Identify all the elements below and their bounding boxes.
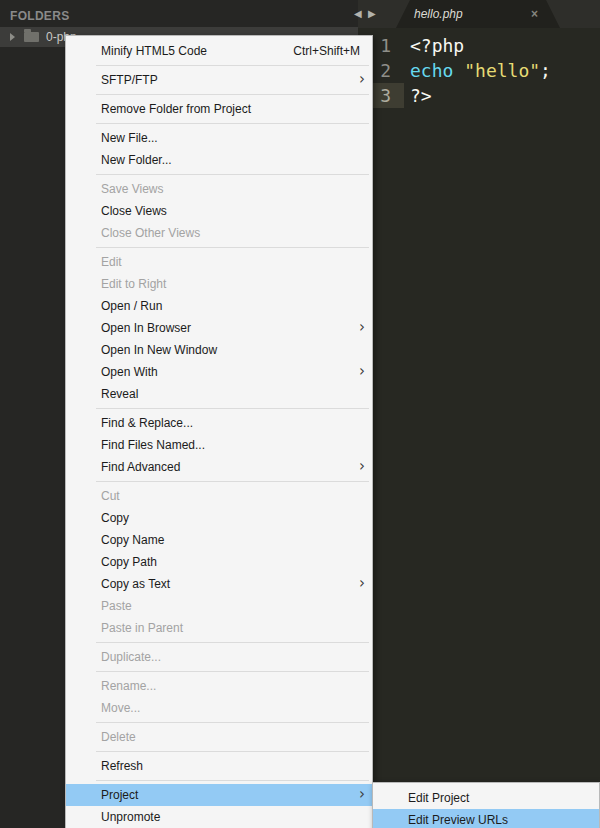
menu-item-label: Reveal — [101, 387, 362, 401]
disclosure-triangle-icon[interactable] — [10, 33, 15, 41]
menu-item-project[interactable]: Project› — [66, 784, 372, 806]
menu-item-copy[interactable]: Copy — [66, 507, 372, 529]
code-token: ?> — [410, 85, 432, 106]
menu-item-label: Open With — [101, 365, 362, 379]
menu-item-open-with[interactable]: Open With› — [66, 361, 372, 383]
menu-item-minify-html5-code[interactable]: Minify HTML5 CodeCtrl+Shift+M — [66, 40, 372, 62]
menu-item-label: Duplicate... — [101, 650, 362, 664]
menu-item-label: Close Other Views — [101, 226, 362, 240]
menu-item-label: Copy — [101, 511, 362, 525]
menu-separator — [96, 174, 369, 175]
menu-item-find-advanced[interactable]: Find Advanced› — [66, 456, 372, 478]
tab-hello-php[interactable]: hello.php × — [396, 0, 560, 28]
close-icon[interactable]: × — [531, 7, 538, 21]
submenu-arrow-icon: › — [359, 576, 365, 591]
menu-item-label: Copy Path — [101, 555, 362, 569]
menu-item-copy-as-text[interactable]: Copy as Text› — [66, 573, 372, 595]
submenu-arrow-icon: › — [359, 320, 365, 335]
menu-item-rename: Rename... — [66, 675, 372, 697]
menu-item-remove-folder-from-project[interactable]: Remove Folder from Project — [66, 98, 372, 120]
menu-item-label: SFTP/FTP — [101, 73, 362, 87]
menu-item-label: Unpromote — [101, 810, 362, 824]
menu-item-label: Close Views — [101, 204, 362, 218]
menu-separator — [96, 408, 369, 409]
menu-item-label: Copy as Text — [101, 577, 362, 591]
menu-item-copy-name[interactable]: Copy Name — [66, 529, 372, 551]
menu-item-paste-in-parent: Paste in Parent — [66, 617, 372, 639]
menu-separator — [96, 780, 369, 781]
menu-item-find-files-named[interactable]: Find Files Named... — [66, 434, 372, 456]
menu-separator — [96, 94, 369, 95]
menu-item-open-in-new-window[interactable]: Open In New Window — [66, 339, 372, 361]
menu-item-open-in-browser[interactable]: Open In Browser› — [66, 317, 372, 339]
submenu-arrow-icon: › — [359, 364, 365, 379]
menu-item-label: Open / Run — [101, 299, 362, 313]
menu-item-duplicate: Duplicate... — [66, 646, 372, 668]
menu-item-label: Open In New Window — [101, 343, 362, 357]
menu-item-label: Find Files Named... — [101, 438, 362, 452]
menu-item-save-views: Save Views — [66, 178, 372, 200]
menu-item-copy-path[interactable]: Copy Path — [66, 551, 372, 573]
menu-item-label: Cut — [101, 489, 362, 503]
menu-separator — [96, 751, 369, 752]
menu-item-move: Move... — [66, 697, 372, 719]
menu-item-find-replace[interactable]: Find & Replace... — [66, 412, 372, 434]
menu-item-delete: Delete — [66, 726, 372, 748]
menu-item-label: Find & Replace... — [101, 416, 362, 430]
code-area[interactable]: 1<?php2echo "hello";3?> — [358, 28, 600, 108]
code-token: "hello" — [464, 60, 540, 81]
menu-separator — [96, 722, 369, 723]
code-text: ?> — [404, 83, 432, 108]
code-text: echo "hello"; — [404, 58, 551, 83]
menu-item-label: Find Advanced — [101, 460, 362, 474]
menu-item-label: Paste — [101, 599, 362, 613]
menu-item-shortcut: Ctrl+Shift+M — [293, 44, 360, 58]
menu-item-label: Paste in Parent — [101, 621, 362, 635]
tab-bar: ◀ ▶ hello.php × — [358, 0, 600, 28]
app-window: FOLDERS 0-php ◀ ▶ hello.php × 1<?php2ech… — [0, 0, 600, 828]
menu-separator — [96, 671, 369, 672]
menu-item-label: Project — [101, 788, 362, 802]
code-text: <?php — [404, 33, 464, 58]
menu-item-close-views[interactable]: Close Views — [66, 200, 372, 222]
menu-item-reveal[interactable]: Reveal — [66, 383, 372, 405]
menu-item-new-folder[interactable]: New Folder... — [66, 149, 372, 171]
project-submenu: Edit ProjectEdit Preview URLs — [372, 782, 600, 828]
menu-item-label: Edit — [101, 255, 362, 269]
menu-item-cut: Cut — [66, 485, 372, 507]
menu-item-label: Save Views — [101, 182, 362, 196]
menu-item-label: Remove Folder from Project — [101, 102, 362, 116]
menu-item-label: Refresh — [101, 759, 362, 773]
folder-icon — [24, 32, 39, 42]
menu-item-label: New File... — [101, 131, 362, 145]
menu-separator — [96, 65, 369, 66]
tab-title: hello.php — [414, 7, 463, 21]
menu-item-refresh[interactable]: Refresh — [66, 755, 372, 777]
tab-scroll-right-icon[interactable]: ▶ — [368, 8, 376, 20]
submenu-arrow-icon: › — [359, 459, 365, 474]
menu-item-label: Edit to Right — [101, 277, 362, 291]
menu-item-sftp-ftp[interactable]: SFTP/FTP› — [66, 69, 372, 91]
editor-pane: ◀ ▶ hello.php × 1<?php2echo "hello";3?> — [358, 0, 600, 828]
menu-item-label: Edit Preview URLs — [408, 813, 589, 827]
code-line[interactable]: 1<?php — [358, 33, 600, 58]
code-line[interactable]: 3?> — [358, 83, 600, 108]
menu-separator — [96, 123, 369, 124]
menu-item-open-run[interactable]: Open / Run — [66, 295, 372, 317]
menu-item-new-file[interactable]: New File... — [66, 127, 372, 149]
menu-item-label: Open In Browser — [101, 321, 362, 335]
tab-scroll-left-icon[interactable]: ◀ — [354, 8, 362, 20]
context-menu: Minify HTML5 CodeCtrl+Shift+MSFTP/FTP›Re… — [65, 35, 373, 828]
menu-item-edit: Edit — [66, 251, 372, 273]
code-line[interactable]: 2echo "hello"; — [358, 58, 600, 83]
menu-item-edit-project[interactable]: Edit Project — [373, 787, 599, 809]
menu-separator — [96, 481, 369, 482]
menu-separator — [96, 642, 369, 643]
menu-item-label: Move... — [101, 701, 362, 715]
menu-item-edit-preview-urls[interactable]: Edit Preview URLs — [373, 809, 599, 828]
menu-separator — [96, 247, 369, 248]
menu-item-label: Edit Project — [408, 791, 589, 805]
submenu-arrow-icon: › — [359, 72, 365, 87]
code-token: ; — [540, 60, 551, 81]
menu-item-unpromote[interactable]: Unpromote — [66, 806, 372, 828]
